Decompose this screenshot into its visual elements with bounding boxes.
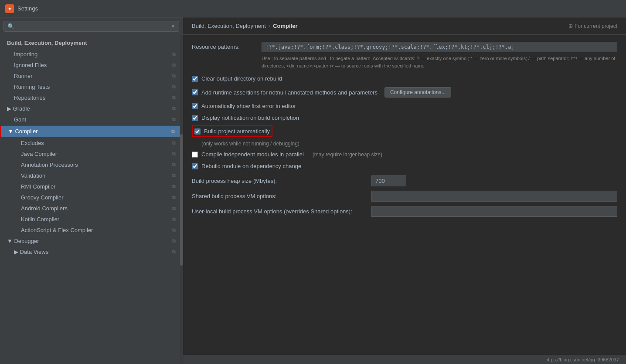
sidebar-item-ignored-files[interactable]: Ignored Files ⧉ [0, 60, 183, 71]
sidebar-item-annotation[interactable]: Annotation Processors ⧉ [0, 159, 183, 170]
sidebar-inner: Build, Execution, Deployment Importing ⧉… [0, 35, 183, 364]
sidebar-item-label: Runner [14, 73, 33, 79]
user-local-vm-input[interactable] [371, 206, 617, 217]
user-local-vm-label: User-local build process VM options (ove… [192, 208, 366, 215]
copy-icon: ⧉ [172, 106, 176, 111]
sidebar-item-runner[interactable]: Runner ⧉ [0, 71, 183, 81]
svg-text:✦: ✦ [8, 7, 12, 11]
sidebar-item-debugger[interactable]: ▼ Debugger ⧉ [0, 236, 183, 246]
shared-vm-label: Shared build process VM options: [192, 193, 366, 199]
sidebar-item-rmi[interactable]: RMI Compiler ⧉ [0, 181, 183, 192]
sidebar-item-label: Annotation Processors [21, 162, 78, 168]
sidebar-item-label: ▶ Data Views [14, 249, 48, 255]
sidebar-item-running-tests[interactable]: Running Tests ⧉ [0, 81, 183, 92]
titlebar: ✦ Settings [0, 0, 626, 17]
breadcrumb-current: Compiler [273, 23, 297, 29]
sidebar-item-label: ▼ Compiler [8, 128, 38, 135]
sidebar-section-build: Build, Execution, Deployment [0, 37, 183, 49]
sidebar-item-label: Groovy Compiler [21, 194, 64, 201]
url-text: https://blog.csdn.net/qq_39682037 [545, 357, 619, 362]
checkbox-row-display-notification: Display notification on build completion [192, 114, 617, 122]
sidebar-item-label: Gant [14, 116, 26, 123]
checkbox-label-compile-parallel: Compile independent modules in parallel [201, 151, 304, 158]
resource-patterns-input[interactable] [262, 42, 617, 52]
copy-icon: ⧉ [172, 84, 176, 90]
sidebar-item-label: Importing [14, 51, 37, 57]
compile-parallel-note: (may require larger heap size) [313, 152, 382, 158]
checkbox-rebuild-module[interactable] [192, 163, 198, 169]
checkbox-label-clear-output: Clear output directory on rebuild [201, 75, 282, 82]
build-auto-note: (only works while not running / debuggin… [201, 141, 617, 147]
breadcrumb-separator: › [269, 23, 270, 29]
checkbox-row-show-error: Automatically show first error in editor [192, 102, 617, 110]
sidebar-item-label: RMI Compiler [21, 183, 55, 190]
copy-icon: ⧉ [172, 151, 176, 157]
sidebar-item-label: Kotlin Compiler [21, 216, 59, 222]
checkbox-add-runtime[interactable] [192, 89, 198, 95]
build-auto-highlighted-row: Build project automatically [192, 125, 272, 137]
sidebar-item-repositories[interactable]: Repositories ⧉ [0, 92, 183, 103]
sidebar-item-android[interactable]: Android Compilers ⧉ [0, 203, 183, 214]
checkbox-label-add-runtime: Add runtime assertions for notnull-annot… [201, 89, 378, 96]
checkbox-label-show-error: Automatically show first error in editor [201, 103, 296, 109]
breadcrumb-parent: Build, Execution, Deployment [192, 23, 266, 29]
checkbox-build-auto[interactable] [194, 128, 201, 135]
checkbox-row-clear-output: Clear output directory on rebuild [192, 74, 617, 83]
checkbox-show-error[interactable] [192, 103, 198, 109]
main-layout: 🔍 ▼ Build, Execution, Deployment Importi… [0, 17, 626, 364]
sidebar-item-gant[interactable]: Gant ⧉ [0, 114, 183, 125]
checkbox-row-add-runtime: Add runtime assertions for notnull-annot… [192, 86, 617, 98]
help-text: Use ; to separate patterns and ! to nega… [262, 55, 617, 69]
search-box[interactable]: 🔍 ▼ [3, 21, 179, 32]
copy-icon: ⧉ [172, 206, 176, 211]
sidebar-scrollbar[interactable] [180, 35, 183, 364]
checkbox-compile-parallel[interactable] [192, 152, 198, 158]
breadcrumb: Build, Execution, Deployment › Compiler [192, 23, 298, 29]
checkbox-row-compile-parallel: Compile independent modules in parallel … [192, 150, 617, 158]
dropdown-icon[interactable]: ▼ [171, 24, 175, 29]
copy-icon: ⧉ [172, 95, 176, 101]
sidebar-item-label: Ignored Files [14, 62, 47, 68]
sidebar-scrollbar-thumb[interactable] [180, 134, 183, 266]
sidebar-item-label: ▶ Gradle [7, 105, 30, 112]
heap-size-label: Build process heap size (Mbytes): [192, 178, 366, 184]
checkbox-label-build-auto: Build project automatically [204, 128, 270, 135]
sidebar-item-label: Validation [21, 172, 45, 179]
sidebar-item-label: Excludes [21, 140, 44, 146]
copy-icon: ⧉ [172, 162, 176, 168]
sidebar-item-groovy[interactable]: Groovy Compiler ⧉ [0, 192, 183, 203]
sidebar-content: Build, Execution, Deployment Importing ⧉… [0, 35, 183, 259]
content-header: Build, Execution, Deployment › Compiler … [183, 17, 626, 35]
window-title: Settings [17, 5, 38, 12]
sidebar: 🔍 ▼ Build, Execution, Deployment Importi… [0, 17, 183, 364]
sidebar-item-validation[interactable]: Validation ⧉ [0, 170, 183, 181]
sidebar-item-gradle[interactable]: ▶ Gradle ⧉ [0, 103, 183, 114]
search-input[interactable] [16, 23, 171, 30]
checkbox-display-notification[interactable] [192, 115, 198, 121]
checkbox-label-rebuild-module: Rebuild module on dependency change [201, 163, 301, 169]
for-current-project: ⊞ For current project [568, 23, 617, 29]
sidebar-item-importing[interactable]: Importing ⧉ [0, 49, 183, 60]
sidebar-item-label: Running Tests [14, 84, 50, 90]
copy-icon: ⧉ [172, 73, 176, 79]
heap-size-row: Build process heap size (Mbytes): [192, 175, 617, 186]
checkbox-label-display-notification: Display notification on build completion [201, 115, 299, 121]
sidebar-item-actionscript[interactable]: ActionScript & Flex Compiler ⧉ [0, 225, 183, 236]
sidebar-item-kotlin[interactable]: Kotlin Compiler ⧉ [0, 214, 183, 225]
copy-icon: ⧉ [171, 128, 175, 134]
configure-annotations-button[interactable]: Configure annotations... [384, 87, 451, 98]
copy-icon: ⧉ [172, 227, 176, 233]
project-icon: ⊞ [568, 23, 573, 29]
sidebar-item-java-compiler[interactable]: Java Compiler ⧉ [0, 148, 183, 159]
copy-icon: ⧉ [172, 216, 176, 222]
sidebar-item-label: Repositories [14, 94, 45, 101]
checkbox-clear-output[interactable] [192, 76, 198, 82]
heap-size-input[interactable] [371, 175, 406, 186]
copy-icon: ⧉ [172, 249, 176, 255]
sidebar-item-compiler[interactable]: ▼ Compiler ⧉ [0, 125, 183, 138]
sidebar-item-excludes[interactable]: Excludes ⧉ [0, 138, 183, 148]
resource-patterns-row: Resource patterns: [192, 42, 617, 52]
copy-icon: ⧉ [172, 51, 176, 57]
sidebar-item-data-views[interactable]: ▶ Data Views ⧉ [0, 246, 183, 257]
shared-vm-input[interactable] [371, 191, 617, 202]
